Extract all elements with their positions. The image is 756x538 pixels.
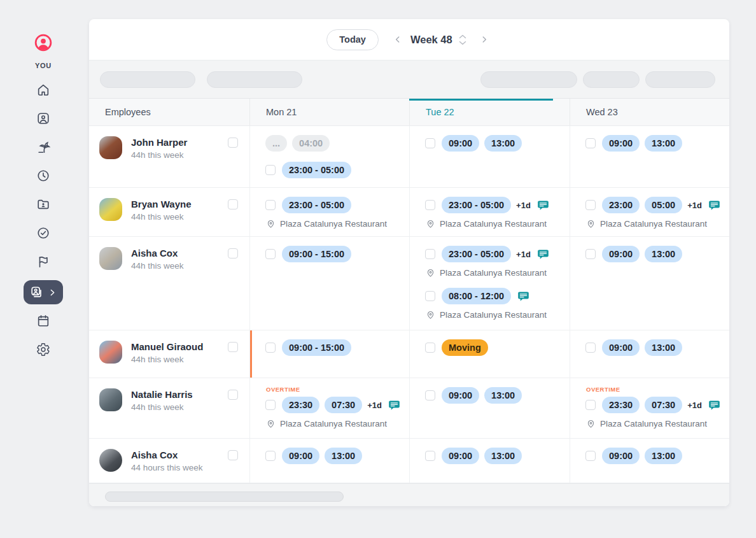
shift-chip[interactable]: 09:00 [602,339,640,356]
shift-chip[interactable]: 13:00 [645,135,682,152]
sidebar-item-time-off[interactable] [24,139,63,155]
shift-checkbox[interactable] [425,249,435,259]
sidebar-item-profile-card[interactable] [24,111,63,126]
next-week-button[interactable] [477,32,492,47]
column-header-wed[interactable]: Wed 23 [570,99,729,125]
employee-info: Natalie Harris44h this week [131,388,193,412]
shift-checkbox[interactable] [425,343,435,353]
shift-line: ...04:00 [265,135,403,152]
day-cell: 09:0013:00 [409,126,570,187]
shift-chip[interactable]: 09:00 [442,135,479,152]
horizontal-scrollbar[interactable] [105,492,344,502]
shift: OVERTIME23:3007:30+1dPlaza Catalunya Res… [585,386,723,428]
shift-checkbox[interactable] [265,200,276,210]
shift-chip[interactable]: 09:00 [602,135,640,152]
column-header-mon[interactable]: Mon 21 [249,99,409,125]
next-day-label: +1d [687,201,702,210]
sidebar-item-approvals[interactable] [24,225,63,241]
speech-bubble-icon[interactable] [708,399,720,411]
shift-checkbox[interactable] [425,291,435,301]
shift-chip[interactable]: 13:00 [484,448,522,464]
today-button[interactable]: Today [326,29,379,50]
shift-checkbox[interactable] [585,249,596,259]
shift-chip[interactable]: 23:00 - 05:00 [282,197,351,213]
employee-checkbox[interactable] [228,342,238,352]
sidebar-item-documents[interactable] [24,197,63,212]
shift-chip[interactable]: 09:00 [442,387,479,404]
day-cell: 23:0005:00+1dPlaza Catalunya Restaurant [570,188,729,236]
shift-chip[interactable]: 09:00 [442,448,479,464]
shift-chip[interactable]: 08:00 - 12:00 [442,288,511,304]
previous-week-button[interactable] [390,32,405,47]
employee-checkbox[interactable] [228,450,238,460]
shift-checkbox[interactable] [585,451,596,461]
shift-checkbox[interactable] [425,138,435,148]
shift-chip[interactable]: 09:00 [602,246,640,262]
speech-bubble-icon[interactable] [708,199,720,211]
shift-chip[interactable]: 13:00 [484,387,522,404]
sidebar-item-reports[interactable] [24,254,63,269]
shift-checkbox[interactable] [585,343,596,353]
employee-checkbox[interactable] [228,138,238,148]
shift: 23:00 - 05:00+1dPlaza Catalunya Restaura… [425,197,563,229]
shift: 23:00 - 05:00+1dPlaza Catalunya Restaura… [425,246,563,278]
shift-line: 09:0013:00 [425,448,563,464]
speech-bubble-icon[interactable] [537,248,549,260]
shift-checkbox[interactable] [585,138,596,148]
shift-checkbox[interactable] [265,400,276,410]
sidebar-item-calendar[interactable] [24,313,63,329]
speech-bubble-icon[interactable] [537,199,549,211]
shift-chip[interactable]: 23:00 - 05:00 [442,246,511,262]
palm-tree-icon [36,140,50,154]
shift-chip[interactable]: 07:30 [325,397,362,413]
users-stack-icon [30,285,44,299]
sidebar-item-employees[interactable] [24,280,63,304]
column-header-tue[interactable]: Tue 22 [409,99,570,125]
shift-checkbox[interactable] [585,200,596,210]
speech-bubble-icon[interactable] [517,290,529,302]
shift-checkbox[interactable] [425,451,435,461]
person-circle-icon[interactable] [34,33,53,55]
shift-chip[interactable]: 13:00 [325,448,362,464]
avatar [99,341,122,364]
shift-chip[interactable]: 07:30 [645,397,682,413]
shift-chip[interactable]: 13:00 [645,339,682,356]
employee-checkbox[interactable] [228,199,238,209]
shift-location: Plaza Catalunya Restaurant [425,268,563,278]
skeleton-pill [480,71,577,88]
shift-chip[interactable]: 23:00 [602,197,640,213]
shift-checkbox[interactable] [265,451,276,461]
shift-chip[interactable]: 04:00 [292,135,330,152]
shift-chip[interactable]: 23:00 - 05:00 [282,162,351,178]
shift-checkbox[interactable] [265,165,276,175]
shift-chip[interactable]: 09:00 - 15:00 [282,339,351,356]
shift-checkbox[interactable] [585,400,596,410]
sidebar-item-settings[interactable] [24,342,63,357]
shift-chip[interactable]: 09:00 - 15:00 [282,246,351,262]
shift-chip[interactable]: 09:00 [602,448,640,464]
shift-chip[interactable]: 23:00 - 05:00 [442,197,511,213]
sidebar-item-time-tracking[interactable] [24,168,63,183]
shift-chip[interactable]: 13:00 [645,246,682,262]
employee-name: Bryan Wayne [131,199,191,209]
shift-checkbox[interactable] [265,249,276,259]
schedule-rows: John Harper44h this week...04:0023:00 - … [89,126,729,483]
shift-chip[interactable]: 09:00 [282,448,319,464]
week-sorter[interactable] [459,34,466,45]
sidebar-item-home[interactable] [24,82,63,97]
shift-chip[interactable]: 23:30 [282,397,319,413]
shift-chip[interactable]: Moving [442,339,488,356]
speech-bubble-icon[interactable] [388,399,400,411]
shift-chip[interactable]: ... [265,135,287,152]
shift-chip[interactable]: 05:00 [645,197,682,213]
shift-checkbox[interactable] [425,200,435,210]
shift-chip[interactable]: 23:30 [602,397,640,413]
shift-chip[interactable]: 13:00 [645,448,682,464]
shift-checkbox[interactable] [265,343,276,353]
location-text: Plaza Catalunya Restaurant [600,219,707,229]
employee-checkbox[interactable] [228,390,238,400]
shift-checkbox[interactable] [425,390,435,400]
employee-checkbox[interactable] [228,248,238,258]
shift-chip[interactable]: 13:00 [484,135,522,152]
shift-line: 09:0013:00 [585,246,723,262]
